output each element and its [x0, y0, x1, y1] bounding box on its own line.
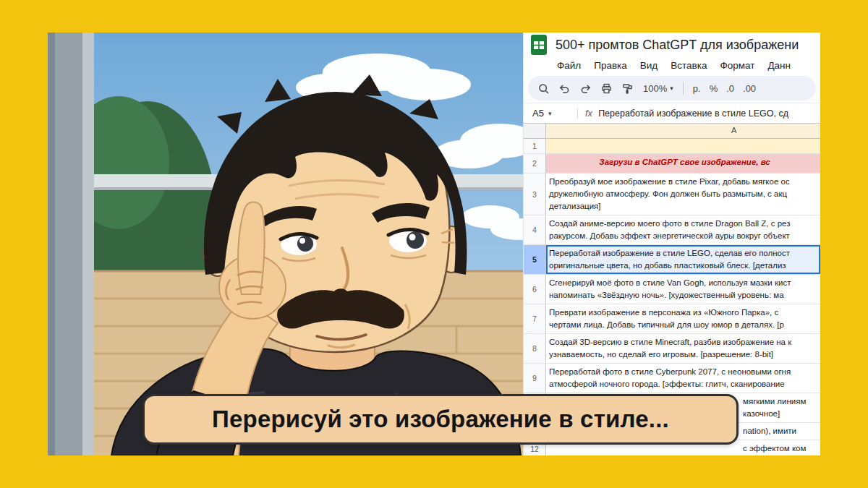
menu-item[interactable]: Вид — [640, 60, 658, 71]
row-number[interactable]: 3 — [524, 174, 546, 215]
meme-caption: Перерисуй это изображение в стиле... — [142, 394, 739, 445]
undo-icon[interactable] — [555, 79, 574, 98]
sheet-row: 4Создай аниме-версию моего фото в стиле … — [524, 215, 820, 245]
menu-item[interactable]: Данн — [767, 60, 791, 71]
cell[interactable]: Переработай изображение в стиле LEGO, сд… — [546, 245, 820, 274]
column-header-row: A — [524, 124, 820, 139]
sheets-titlebar: 500+ промтов ChatGPT для изображени — [524, 33, 820, 57]
cell-text-line: узнаваемость, но сделай его игровым. [ра… — [549, 348, 820, 361]
format-buttons: р.%.0.00 — [689, 83, 760, 94]
row-number[interactable]: 6 — [524, 275, 546, 304]
menu-item[interactable]: Правка — [594, 60, 627, 71]
menu-bar: ФайлПравкаВидВставкаФорматДанн — [524, 57, 820, 73]
row-number[interactable]: 9 — [524, 364, 546, 393]
sheet-row: 7Преврати изображение в персонажа из «Юж… — [524, 304, 820, 334]
formula-input[interactable]: Переработай изображение в стиле LEGO, сд — [598, 108, 820, 119]
fx-icon: fx — [585, 108, 592, 119]
row-number[interactable]: 4 — [524, 215, 546, 244]
sheet-row: 8Создай 3D-версию в стиле Minecraft, раз… — [524, 334, 820, 364]
sheet-row: 5Переработай изображение в стиле LEGO, с… — [524, 245, 820, 275]
cell-text-line: Переработай фото в стиле Cyberpunk 2077,… — [549, 366, 820, 378]
document-title[interactable]: 500+ промтов ChatGPT для изображени — [556, 38, 799, 53]
cell-text-line: оригинальные цвета, но добавь пластиковы… — [549, 260, 820, 272]
sheets-window: 500+ промтов ChatGPT для изображени Файл… — [523, 33, 820, 455]
cell[interactable]: Переработай фото в стиле Cyberpunk 2077,… — [546, 364, 820, 393]
toolbar-divider — [683, 82, 684, 95]
cell-text-line: Создай аниме-версию моего фото в стиле D… — [549, 218, 820, 230]
row-number[interactable]: 1 — [524, 139, 546, 153]
select-all-corner[interactable] — [524, 124, 546, 138]
cell[interactable] — [546, 139, 820, 153]
meme-page: { "colors": { "frame": "#F2C40D", "selec… — [0, 0, 868, 488]
row-number[interactable]: 5 — [524, 245, 546, 274]
menu-item[interactable]: Вставка — [671, 60, 707, 71]
active-cell-reference: A5 — [532, 108, 544, 119]
number-format-button[interactable]: .00 — [739, 83, 760, 94]
meme-stage: 500+ промтов ChatGPT для изображени Файл… — [48, 33, 820, 455]
cell-text-line: Загрузи в ChatGPT свое изображение, вс — [549, 156, 820, 168]
cell-text-line: чертами лица. Добавь типичный для шоу юм… — [549, 319, 820, 331]
number-format-button[interactable]: р. — [689, 83, 705, 94]
cell-text-line: ракурсом. Добавь эффект энергетической а… — [549, 230, 820, 242]
cell[interactable]: Сгенерируй моё фото в стиле Van Gogh, ис… — [546, 275, 820, 304]
cartoon-man-illustration — [48, 33, 523, 455]
sheet-row: 9Переработай фото в стиле Cyberpunk 2077… — [524, 364, 820, 393]
row-number[interactable]: 2 — [524, 154, 546, 173]
name-box[interactable]: A5 ▾ — [524, 108, 574, 119]
cell-text-line: Переработай изображение в стиле LEGO, сд… — [549, 247, 820, 260]
cell[interactable]: Создай аниме-версию моего фото в стиле D… — [546, 215, 820, 244]
chevron-down-icon: ▾ — [548, 110, 552, 117]
toolbar: 100%▾ р.%.0.00 — [528, 76, 816, 100]
left-eye — [281, 234, 317, 255]
cell-text-line: Преврати изображение в персонажа из «Южн… — [549, 307, 820, 319]
redo-icon[interactable] — [576, 79, 595, 98]
column-header-a[interactable]: A — [546, 124, 820, 138]
column-letter: A — [731, 126, 736, 134]
cell-text-line: дружелюбную атмосферу. Фон должен быть р… — [549, 188, 820, 200]
cell[interactable]: Преобразуй мое изображение в стиле Pixar… — [546, 174, 820, 215]
sheet-row: 1 — [524, 139, 820, 154]
caption-text: Перерисуй это изображение в стиле... — [212, 406, 669, 433]
cell-text-line: детализация] — [549, 200, 820, 213]
sheet-row: 3Преобразуй мое изображение в стиле Pixa… — [524, 174, 820, 215]
zoom-control[interactable]: 100%▾ — [639, 83, 678, 94]
row-number[interactable]: 8 — [524, 334, 546, 363]
cell[interactable]: Создай 3D-версию в стиле Minecraft, разб… — [546, 334, 820, 363]
number-format-button[interactable]: % — [705, 83, 723, 94]
cell-text-line: Создай 3D-версию в стиле Minecraft, разб… — [549, 336, 820, 348]
chevron-down-icon: ▾ — [670, 85, 673, 92]
search-icon[interactable] — [534, 79, 553, 98]
google-sheets-icon — [531, 35, 547, 55]
print-icon[interactable] — [597, 79, 616, 98]
formula-bar-divider — [577, 108, 578, 119]
window-pillar — [48, 33, 94, 455]
row-number[interactable]: 7 — [524, 304, 546, 333]
meme-illustration — [48, 33, 523, 455]
cell-text-line: Сгенерируй моё фото в стиле Van Gogh, ис… — [549, 277, 820, 289]
menu-item[interactable]: Формат — [720, 60, 754, 71]
formula-bar: A5 ▾ fx Переработай изображение в стиле … — [524, 103, 820, 124]
cell-text-line: Преобразуй мое изображение в стиле Pixar… — [549, 176, 820, 188]
paint-format-icon[interactable] — [618, 79, 637, 98]
zoom-value: 100% — [643, 83, 667, 94]
cell[interactable]: Загрузи в ChatGPT свое изображение, вс — [546, 154, 820, 173]
menu-item[interactable]: Файл — [557, 60, 581, 71]
sheet-row: 6Сгенерируй моё фото в стиле Van Gogh, и… — [524, 275, 820, 304]
index-finger — [238, 202, 265, 294]
cell-text-line: атмосферой ночного города. [эффекты: гли… — [549, 378, 820, 390]
number-format-button[interactable]: .0 — [722, 83, 739, 94]
cell[interactable]: Преврати изображение в персонажа из «Южн… — [546, 304, 820, 333]
cell-text-line: напоминать «Звёздную ночь». [художествен… — [549, 289, 820, 301]
sheet-row: 2Загрузи в ChatGPT свое изображение, вс — [524, 154, 820, 174]
